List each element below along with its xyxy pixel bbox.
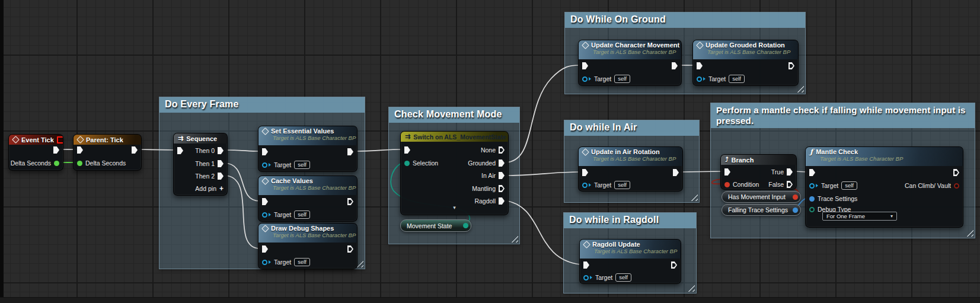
node-header[interactable]: Update Grouded Rotation Target is ALS Ba…: [693, 40, 798, 59]
node-parent-tick[interactable]: Parent: Tick Delta Seconds: [73, 134, 142, 171]
self-pill[interactable]: self: [614, 181, 630, 190]
target-pin[interactable]: [697, 76, 702, 82]
exec-in-pin[interactable]: [262, 148, 268, 155]
comment-header[interactable]: Perform a mantle check if falling while …: [711, 103, 975, 128]
node-header[interactable]: Parent: Tick: [74, 135, 141, 145]
target-pin[interactable]: [809, 183, 815, 189]
var-falling-trace-settings[interactable]: Falling Trace Settings: [722, 204, 801, 216]
node-branch[interactable]: ⤴ Branch True Condition False: [720, 154, 797, 190]
exec-out-pin[interactable]: [672, 62, 678, 69]
node-draw-debug-shapes[interactable]: Draw Debug Shapes Target is ALS Base Cha…: [258, 223, 357, 269]
node-update-in-air-rotation[interactable]: Update in Air Rotation Target is ALS Bas…: [578, 146, 683, 192]
exec-in-pin[interactable]: [583, 261, 589, 269]
self-pill[interactable]: self: [615, 273, 631, 282]
delta-seconds-out-pin[interactable]: [54, 161, 59, 166]
node-header[interactable]: Cache Values Target is ALS Base Characte…: [258, 176, 357, 195]
exec-out-pin[interactable]: [953, 169, 959, 176]
node-header[interactable]: Draw Debug Shapes Target is ALS Base Cha…: [258, 224, 357, 243]
comment-resize-handle[interactable]: [691, 194, 698, 201]
exec-out-pin[interactable]: [671, 261, 677, 269]
comment-header[interactable]: Do while in Ragdoll: [564, 213, 696, 228]
comment-header[interactable]: Do while In Air: [564, 120, 699, 136]
selection-pin[interactable]: [404, 161, 410, 166]
exec-out-pin[interactable]: [53, 146, 59, 154]
node-header[interactable]: Event Tick: [9, 135, 63, 145]
exec-in-pin[interactable]: [697, 62, 703, 69]
comment-header[interactable]: Do Every Frame: [159, 97, 365, 113]
node-sequence[interactable]: ⇉ Sequence Then 0 Then 1 Then 2 Add pin+: [173, 133, 228, 196]
debug-type-pin[interactable]: [809, 207, 815, 212]
target-pin[interactable]: [262, 162, 267, 168]
node-set-essential-values[interactable]: Set Essential Values Target is ALS Base …: [258, 126, 357, 172]
node-mantle-check[interactable]: ƒMantle Check Target is ALS Base Charact…: [805, 146, 963, 228]
node-header[interactable]: Set Essential Values Target is ALS Base …: [258, 126, 357, 145]
debug-type-dropdown[interactable]: For One Frame ▾: [822, 212, 897, 221]
add-pin-plus-icon[interactable]: +: [219, 184, 224, 193]
node-header[interactable]: ⇉ Sequence: [174, 133, 227, 143]
self-pill[interactable]: self: [294, 258, 310, 267]
exec-in-pin[interactable]: [262, 245, 268, 253]
exec-in-pin[interactable]: [262, 198, 268, 205]
exec-in-pin[interactable]: [582, 62, 588, 69]
self-pill[interactable]: self: [294, 161, 310, 170]
exec-out-pin[interactable]: [673, 169, 679, 176]
self-pill[interactable]: self: [614, 75, 630, 84]
target-pin[interactable]: [262, 260, 267, 265]
target-pin[interactable]: [582, 76, 588, 82]
node-header[interactable]: ⇉ Switch on ALS_MovementState: [401, 132, 508, 142]
falling-trace-settings-out-pin[interactable]: [793, 208, 798, 213]
has-movement-input-out-pin[interactable]: [793, 194, 798, 200]
node-header[interactable]: Update in Air Rotation Target is ALS Bas…: [579, 147, 682, 166]
comment-resize-handle[interactable]: [966, 229, 973, 237]
node-switch-movement-state[interactable]: ⇉ Switch on ALS_MovementState Selection …: [400, 131, 509, 215]
var-movement-state[interactable]: Movement State: [400, 219, 471, 232]
self-pill[interactable]: self: [729, 75, 745, 84]
then1-out-pin[interactable]: [218, 160, 224, 167]
exec-out-pin[interactable]: [789, 62, 794, 69]
exec-out-pin[interactable]: [347, 148, 353, 155]
comment-resize-handle[interactable]: [688, 285, 695, 292]
exec-in-pin[interactable]: [582, 169, 588, 176]
self-pill[interactable]: self: [841, 181, 857, 190]
then2-out-pin[interactable]: [218, 173, 224, 180]
target-pin[interactable]: [262, 212, 267, 218]
target-pin[interactable]: [582, 183, 588, 188]
trace-settings-pin[interactable]: [809, 196, 815, 202]
movement-state-out-pin[interactable]: [463, 223, 468, 228]
node-update-character-movement[interactable]: Update Character Movement Target is ALS …: [578, 40, 682, 86]
exec-in-pin[interactable]: [177, 147, 183, 154]
exec-in-pin[interactable]: [77, 146, 83, 154]
comment-resize-handle[interactable]: [797, 85, 804, 93]
comment-resize-handle[interactable]: [511, 235, 518, 243]
true-out-pin[interactable]: [787, 168, 793, 176]
expand-pins-arrow-icon[interactable]: ▾: [401, 205, 508, 210]
case-grounded-out-pin[interactable]: [499, 160, 505, 167]
node-header[interactable]: Ragdoll Update Target is ALS Base Charac…: [580, 240, 681, 259]
exec-in-pin[interactable]: [809, 169, 815, 176]
case-none-out-pin[interactable]: [499, 146, 505, 154]
target-pin[interactable]: [583, 275, 589, 280]
can-climb-vault-out-pin[interactable]: [954, 183, 959, 189]
exec-in-pin[interactable]: [724, 168, 730, 176]
node-ragdoll-update[interactable]: Ragdoll Update Target is ALS Base Charac…: [579, 239, 681, 284]
delta-seconds-in-pin[interactable]: [77, 161, 82, 166]
node-header[interactable]: ƒMantle Check Target is ALS Base Charact…: [806, 147, 963, 166]
then0-out-pin[interactable]: [218, 147, 224, 154]
exec-in-pin[interactable]: [404, 146, 410, 154]
false-out-pin[interactable]: [787, 181, 793, 188]
case-mantling-out-pin[interactable]: [499, 185, 505, 192]
exec-out-pin[interactable]: [132, 146, 138, 154]
node-header[interactable]: ⤴ Branch: [721, 155, 796, 165]
blueprint-graph-canvas[interactable]: Do Every Frame Check Movement Mode Do Wh…: [0, 0, 980, 303]
node-event-tick[interactable]: Event Tick Delta Seconds: [8, 134, 63, 171]
node-cache-values[interactable]: Cache Values Target is ALS Base Characte…: [258, 176, 357, 222]
comment-header[interactable]: Do While On Ground: [565, 12, 805, 28]
exec-out-pin[interactable]: [347, 245, 353, 253]
node-header[interactable]: Update Character Movement Target is ALS …: [579, 40, 681, 59]
comment-header[interactable]: Check Movement Mode: [389, 107, 519, 123]
case-inair-out-pin[interactable]: [499, 172, 505, 179]
case-ragdoll-out-pin[interactable]: [499, 197, 505, 205]
exec-out-pin[interactable]: [347, 198, 353, 205]
var-has-movement-input[interactable]: Has Movement Input: [722, 191, 801, 203]
node-update-grounded-rotation[interactable]: Update Grouded Rotation Target is ALS Ba…: [692, 40, 799, 86]
